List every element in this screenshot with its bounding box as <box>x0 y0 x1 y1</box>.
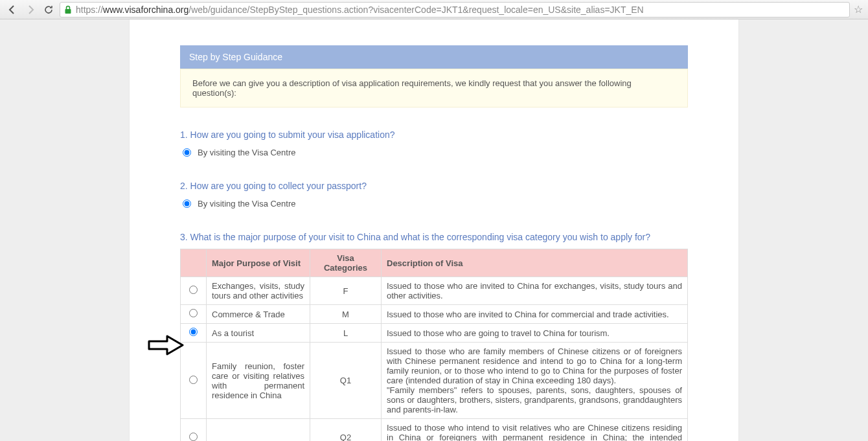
forward-button[interactable] <box>23 3 38 17</box>
table-header-categories: Visa Categories <box>310 249 382 277</box>
question-3-title: 3. What is the major purpose of your vis… <box>180 232 688 242</box>
question-1: 1. How are you going to submit your visa… <box>180 130 688 159</box>
table-header-purpose: Major Purpose of Visit <box>207 249 310 277</box>
q1-option-label: By visiting the Visa Centre <box>198 148 296 157</box>
bookmark-star-icon[interactable]: ☆ <box>854 3 863 16</box>
table-header-row: Major Purpose of Visit Visa Categories D… <box>181 249 688 277</box>
description-cell: Issued to those who are going to travel … <box>382 324 688 343</box>
description-cell: Issued to those who intend to visit rela… <box>382 419 688 442</box>
purpose-cell: Family reunion, foster care or visiting … <box>207 343 310 419</box>
purpose-cell: Exchanges, visits, study tours and other… <box>207 277 310 305</box>
description-cell: Issued to those who are invited to China… <box>382 277 688 305</box>
visa-radio-l[interactable] <box>189 328 198 336</box>
visa-radio-q2[interactable] <box>189 433 198 441</box>
question-1-title: 1. How are you going to submit your visa… <box>180 130 688 140</box>
arrow-left-icon <box>7 5 17 15</box>
table-row: Family reunion, foster care or visiting … <box>181 343 688 419</box>
description-cell: Issued to those who are invited to China… <box>382 305 688 324</box>
table-row: As a tourist L Issued to those who are g… <box>181 324 688 343</box>
category-cell: L <box>310 324 382 343</box>
question-3: 3. What is the major purpose of your vis… <box>180 232 688 441</box>
table-header-description: Description of Visa <box>382 249 688 277</box>
table-row: Exchanges, visits, study tours and other… <box>181 277 688 305</box>
table-row: Commerce & Trade M Issued to those who a… <box>181 305 688 324</box>
table-row: Q2 Issued to those who intend to visit r… <box>181 419 688 442</box>
page-container: Step by Step Guidance Before we can give… <box>130 19 738 441</box>
url-bar[interactable]: https://www.visaforchina.org/web/guidanc… <box>60 2 850 17</box>
question-2-title: 2. How are you going to collect your pas… <box>180 181 688 191</box>
category-cell: Q2 <box>310 419 382 442</box>
svg-rect-0 <box>65 9 71 14</box>
back-button[interactable] <box>5 3 19 17</box>
q1-option-visacentre[interactable]: By visiting the Visa Centre <box>180 146 688 159</box>
q1-radio-visacentre[interactable] <box>183 148 191 157</box>
notice-box: Before we can give you a description of … <box>180 69 688 107</box>
visa-radio-m[interactable] <box>189 309 198 317</box>
table-header-select <box>181 249 207 277</box>
purpose-cell: As a tourist <box>207 324 310 343</box>
description-cell: Issued to those who are family members o… <box>382 343 688 419</box>
page-banner: Step by Step Guidance <box>180 45 688 69</box>
notice-text: Before we can give you a description of … <box>192 78 632 98</box>
q2-option-label: By visiting the Visa Centre <box>198 199 296 209</box>
browser-toolbar: https://www.visaforchina.org/web/guidanc… <box>0 0 868 19</box>
category-cell: Q1 <box>310 343 382 419</box>
purpose-cell <box>207 419 310 442</box>
visa-category-table: Major Purpose of Visit Visa Categories D… <box>180 249 688 441</box>
arrow-right-icon <box>148 334 184 357</box>
arrow-right-icon <box>25 5 36 15</box>
q2-option-visacentre[interactable]: By visiting the Visa Centre <box>180 198 688 210</box>
question-2: 2. How are you going to collect your pas… <box>180 181 688 210</box>
url-host: www.visaforchina.org <box>103 5 188 15</box>
reload-icon <box>43 5 54 15</box>
visa-radio-q1[interactable] <box>189 376 198 384</box>
banner-title: Step by Step Guidance <box>189 52 282 62</box>
category-cell: F <box>310 277 382 305</box>
category-cell: M <box>310 305 382 324</box>
url-path: /web/guidance/StepByStep_questions.actio… <box>188 5 643 15</box>
q2-radio-visacentre[interactable] <box>183 199 191 208</box>
url-scheme: https:// <box>76 5 103 15</box>
reload-button[interactable] <box>41 3 56 17</box>
pointer-arrow-annotation <box>148 334 184 357</box>
purpose-cell: Commerce & Trade <box>207 305 310 324</box>
lock-icon <box>64 5 72 14</box>
visa-radio-f[interactable] <box>189 286 198 294</box>
